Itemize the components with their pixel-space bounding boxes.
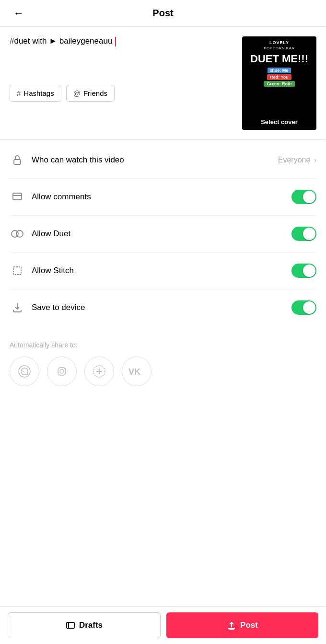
badge-blue: Blue: Me — [268, 68, 291, 73]
share-whatsapp-button[interactable] — [10, 356, 39, 386]
friends-button[interactable]: @ Friends — [66, 85, 115, 102]
save-device-toggle[interactable] — [291, 300, 316, 315]
duet-prefix: #duet with — [10, 36, 47, 46]
whatsapp-icon — [18, 365, 31, 378]
thumb-popcorn: POPCORN KAR — [246, 46, 313, 50]
caption-username: baileygeneauu — [59, 36, 113, 46]
save-device-right — [291, 300, 316, 315]
auto-share-label: Automatically share to: — [10, 341, 316, 349]
drafts-icon — [66, 621, 75, 630]
settings-section: Who can watch this video Everyone › Allo… — [0, 142, 326, 326]
back-button[interactable]: ← — [10, 5, 28, 22]
hash-icon: # — [17, 89, 21, 97]
svg-rect-1 — [13, 193, 22, 200]
caption-row: #duet with ► baileygeneauu — [10, 36, 236, 46]
toggle-knob-save — [303, 301, 315, 314]
save-icon — [10, 300, 25, 315]
allow-stitch-toggle[interactable] — [291, 264, 316, 278]
allow-stitch-right — [291, 264, 316, 278]
chevron-right-icon: › — [314, 156, 316, 164]
caption-text[interactable]: #duet with ► baileygeneauu — [10, 36, 236, 46]
hashtags-label: Hashtags — [23, 89, 54, 97]
post-upload-icon — [227, 621, 236, 630]
setting-row-save-device: Save to device — [10, 289, 316, 326]
play-icon: ► — [49, 36, 59, 46]
tag-buttons: # Hashtags @ Friends — [10, 85, 236, 102]
who-can-watch-label: Who can watch this video — [32, 155, 271, 165]
vk-icon: VK — [128, 366, 145, 377]
setting-row-who-can-watch[interactable]: Who can watch this video Everyone › — [10, 142, 316, 179]
svg-point-9 — [64, 368, 65, 369]
duet-icon — [10, 226, 25, 242]
svg-rect-14 — [67, 622, 74, 628]
text-cursor — [115, 37, 116, 46]
auto-share-section: Automatically share to: — [0, 326, 326, 396]
thumb-lovely: LOVELY — [246, 40, 313, 45]
setting-row-allow-stitch: Allow Stitch — [10, 253, 316, 289]
lock-icon — [10, 152, 25, 168]
svg-rect-5 — [13, 267, 21, 275]
save-to-device-label: Save to device — [32, 303, 285, 312]
allow-stitch-label: Allow Stitch — [32, 266, 285, 276]
caption-thumb-row: #duet with ► baileygeneauu # Hashtags @ … — [10, 36, 316, 130]
svg-point-6 — [19, 366, 30, 377]
share-tiktok-add-button[interactable] — [84, 356, 114, 386]
instagram-icon — [55, 365, 69, 378]
comment-icon — [10, 189, 25, 205]
header: ← Post — [0, 0, 326, 27]
who-can-watch-right: Everyone › — [278, 156, 316, 164]
friends-label: Friends — [83, 89, 107, 97]
thumb-badges: Blue: Me Red: You Green: Roth — [246, 68, 313, 87]
share-vk-button[interactable]: VK — [122, 356, 151, 386]
share-icons-row: VK — [10, 356, 316, 386]
toggle-knob-duet — [303, 228, 315, 240]
allow-comments-toggle[interactable] — [291, 190, 316, 204]
svg-text:VK: VK — [128, 367, 140, 377]
allow-comments-right — [291, 190, 316, 204]
allow-duet-label: Allow Duet — [32, 229, 285, 239]
setting-row-allow-comments: Allow comments — [10, 179, 316, 216]
tiktok-add-icon — [93, 365, 106, 378]
select-cover-text: Select cover — [261, 118, 298, 126]
allow-duet-right — [291, 227, 316, 241]
toggle-knob-stitch — [303, 264, 315, 277]
post-button[interactable]: Post — [166, 612, 318, 638]
drafts-label: Drafts — [79, 621, 103, 630]
caption-left: #duet with ► baileygeneauu # Hashtags @ … — [10, 36, 236, 102]
share-instagram-button[interactable] — [47, 356, 77, 386]
thumb-duet: DUET ME!!! — [246, 53, 313, 65]
drafts-button[interactable]: Drafts — [8, 612, 161, 638]
select-cover-overlay[interactable]: Select cover — [242, 114, 316, 130]
video-thumbnail[interactable]: LOVELY POPCORN KAR DUET ME!!! Blue: Me R… — [242, 36, 316, 130]
bottom-bar: Drafts Post — [0, 606, 326, 644]
svg-rect-0 — [14, 160, 21, 164]
svg-point-8 — [60, 369, 64, 373]
caption-area: #duet with ► baileygeneauu # Hashtags @ … — [0, 27, 326, 138]
setting-row-allow-duet: Allow Duet — [10, 216, 316, 253]
svg-point-4 — [16, 230, 23, 237]
section-divider-1 — [0, 139, 326, 140]
allow-duet-toggle[interactable] — [291, 227, 316, 241]
allow-comments-label: Allow comments — [32, 192, 285, 202]
who-can-watch-value: Everyone — [278, 156, 311, 164]
badge-green: Green: Roth — [264, 81, 294, 87]
page-title: Post — [152, 8, 173, 19]
stitch-icon — [10, 263, 25, 278]
post-label: Post — [240, 621, 258, 630]
at-icon: @ — [73, 89, 81, 97]
toggle-knob — [303, 191, 315, 203]
badge-red: Red: You — [267, 74, 291, 80]
hashtags-button[interactable]: # Hashtags — [10, 85, 61, 102]
